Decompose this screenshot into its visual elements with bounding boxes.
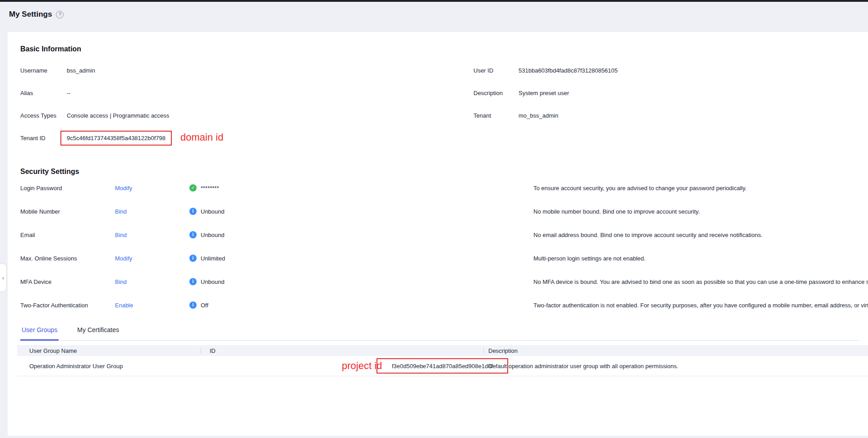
basic-info-left-column: Username bss_admin Alias -- Access Types…	[20, 59, 172, 149]
security-row-login-password: Login Password Modify ✓ ******** To ensu…	[20, 176, 859, 200]
table-header-row: User Group Name ID Description	[17, 345, 868, 356]
security-row-two-factor: Two-Factor Authentication Enable i Off T…	[20, 293, 859, 317]
security-status: Unbound	[201, 232, 225, 238]
field-description: Description System preset user	[473, 82, 618, 104]
security-row-email: Email Bind i Unbound No email address bo…	[20, 223, 859, 246]
field-tenant: Tenant mo_bss_admin	[473, 104, 618, 127]
security-status: Off	[201, 302, 208, 309]
chevron-left-icon: ‹	[2, 274, 4, 281]
check-circle-icon: ✓	[189, 184, 197, 192]
info-circle-icon: i	[189, 231, 197, 238]
info-circle-icon: i	[189, 278, 197, 285]
help-icon[interactable]: ?	[56, 11, 64, 18]
field-value: 531bba603fbd4fad8c87f31280856105	[519, 67, 618, 74]
domain-id-annotation: domain id	[180, 132, 223, 143]
tab-bar: User Groups My Certificates	[20, 323, 859, 341]
security-label: Max. Online Sessions	[20, 255, 115, 262]
field-label: User ID	[473, 67, 519, 74]
settings-card: Basic Information Username bss_admin Ali…	[8, 32, 868, 436]
field-value: --	[67, 90, 71, 96]
security-description: To ensure account security, you are advi…	[533, 185, 747, 192]
column-header-label: Description	[488, 347, 518, 354]
user-group-name-cell: Operation Administrator User Group	[17, 363, 201, 370]
tab-user-groups[interactable]: User Groups	[20, 323, 59, 341]
project-id-highlight-box: f3e0d509ebe741ad870a85ed908e1d0f	[377, 358, 508, 374]
security-description: No MFA device is bound. You are advised …	[533, 278, 868, 285]
security-row-mobile-number: Mobile Number Bind i Unbound No mobile n…	[20, 200, 859, 223]
column-header-user-group-name: User Group Name	[17, 347, 201, 354]
security-label: Email	[20, 232, 115, 238]
field-tenant-id: Tenant ID 9c5c46fd173744358f5a438122b0f7…	[20, 127, 172, 149]
field-value: mo_bss_admin	[519, 112, 558, 119]
security-rows: Login Password Modify ✓ ******** To ensu…	[20, 176, 859, 317]
field-value: Console access | Programmatic access	[67, 112, 169, 119]
security-status: Unbound	[201, 278, 225, 285]
table-row: Operation Administrator User Group f3e0d…	[17, 356, 868, 376]
security-label: Two-Factor Authentication	[20, 302, 115, 309]
security-row-max-online-sessions: Max. Online Sessions Modify i Unlimited …	[20, 246, 859, 270]
security-status: Unbound	[201, 208, 225, 215]
security-description: No mobile number bound. Bind one to impr…	[533, 208, 700, 215]
field-user-id: User ID 531bba603fbd4fad8c87f31280856105	[473, 59, 618, 82]
field-username: Username bss_admin	[20, 59, 172, 82]
field-alias: Alias --	[20, 82, 172, 104]
tenant-id-highlight-box: 9c5c46fd173744358f5a438122b0f798	[60, 131, 172, 146]
page-header: My Settings ?	[9, 10, 64, 19]
basic-info-right-column: User ID 531bba603fbd4fad8c87f31280856105…	[473, 59, 618, 127]
sidebar-collapse-handle[interactable]: ‹	[0, 263, 7, 292]
field-label: Description	[473, 90, 519, 96]
bind-mobile-link[interactable]: Bind	[115, 208, 127, 215]
column-divider	[201, 347, 201, 354]
basic-information-heading: Basic Information	[20, 45, 81, 53]
field-label: Access Types	[20, 112, 67, 119]
enable-two-factor-link[interactable]: Enable	[115, 302, 133, 309]
security-status: ********	[201, 185, 219, 192]
field-label: Alias	[20, 90, 67, 96]
security-settings-heading: Security Settings	[20, 168, 79, 176]
modify-sessions-link[interactable]: Modify	[115, 255, 132, 262]
field-access-types: Access Types Console access | Programmat…	[20, 104, 172, 127]
bind-mfa-link[interactable]: Bind	[115, 278, 127, 285]
bind-email-link[interactable]: Bind	[115, 232, 127, 238]
security-description: No email address bound. Bind one to impr…	[533, 232, 762, 238]
info-circle-icon: i	[189, 255, 197, 262]
security-description: Two-factor authentication is not enabled…	[533, 302, 868, 309]
field-value: System preset user	[519, 90, 569, 96]
column-header-id: ID	[201, 347, 483, 354]
security-row-mfa-device: MFA Device Bind i Unbound No MFA device …	[20, 270, 859, 293]
field-value: bss_admin	[67, 67, 95, 74]
tab-my-certificates[interactable]: My Certificates	[76, 323, 120, 341]
project-id-annotation: project id	[342, 360, 382, 372]
field-label: Username	[20, 67, 67, 74]
user-groups-table: User Group Name ID Description Operation…	[17, 345, 868, 376]
column-header-label: ID	[210, 347, 216, 354]
info-circle-icon: i	[189, 301, 197, 309]
field-label: Tenant ID	[20, 135, 67, 141]
security-label: Login Password	[20, 185, 115, 192]
user-group-description-cell: Default operation administrator user gro…	[483, 363, 868, 370]
page-title: My Settings	[9, 10, 52, 19]
security-label: Mobile Number	[20, 208, 115, 215]
security-status: Unlimited	[201, 255, 225, 262]
info-circle-icon: i	[189, 208, 197, 215]
modify-password-link[interactable]: Modify	[115, 185, 132, 192]
security-label: MFA Device	[20, 278, 115, 285]
column-header-description: Description	[483, 347, 868, 354]
security-description: Multi-person login settings are not enab…	[533, 255, 646, 262]
top-window-bar	[0, 0, 868, 2]
column-divider	[483, 347, 484, 354]
field-label: Tenant	[473, 112, 519, 119]
